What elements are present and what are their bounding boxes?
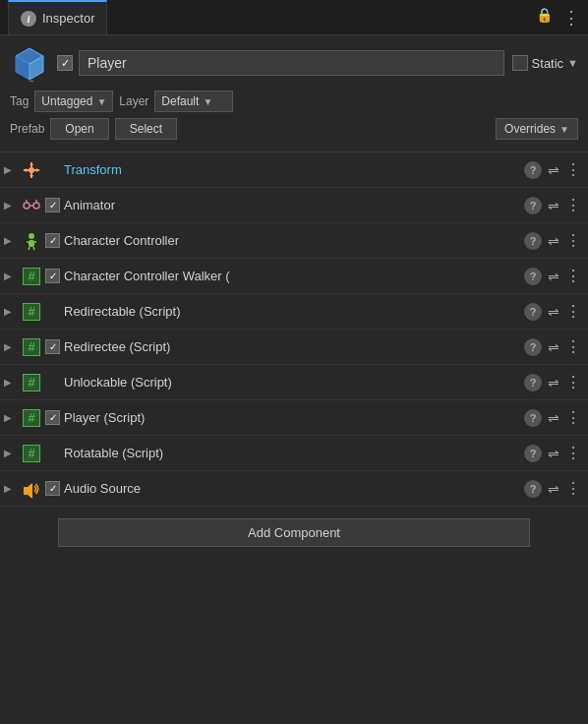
component-icon-animator (22, 196, 41, 215)
component-help-button[interactable]: ? (524, 409, 542, 427)
component-enabled-checkbox[interactable]: ✓ (45, 269, 60, 283)
component-help-button[interactable]: ? (524, 480, 542, 498)
component-settings-icon[interactable]: ⇌ (548, 410, 559, 426)
component-settings-icon[interactable]: ⇌ (548, 198, 559, 213)
component-name: Redirectable (Script) (64, 304, 520, 319)
component-name: Character Controller (64, 233, 520, 248)
component-settings-icon[interactable]: ⇌ (548, 162, 559, 178)
component-more-button[interactable]: ⋮ (565, 160, 582, 179)
prefab-select-button[interactable]: Select (115, 118, 177, 140)
tab-icons: 🔒 ⋮ (536, 7, 580, 29)
static-dropdown-arrow[interactable]: ▼ (567, 57, 578, 69)
component-row: ▶ # Rotatable (Script) ? ⇌ ⋮ (0, 436, 588, 471)
component-actions: ? ⇌ ⋮ (524, 479, 582, 498)
overrides-arrow: ▼ (559, 124, 569, 135)
inspector-tab-label: Inspector (42, 11, 94, 26)
component-help-button[interactable]: ? (524, 197, 542, 214)
object-enabled-checkbox[interactable]: ✓ (57, 55, 73, 71)
tag-dropdown-arrow: ▼ (96, 96, 106, 107)
component-name: Audio Source (64, 481, 520, 496)
component-expand-arrow[interactable]: ▶ (4, 341, 18, 352)
object-name-section: ✓ (57, 50, 504, 76)
component-expand-arrow[interactable]: ▶ (4, 448, 18, 458)
component-expand-arrow[interactable]: ▶ (4, 235, 18, 246)
component-help-button[interactable]: ? (524, 303, 542, 321)
inspector-info-icon: i (21, 11, 36, 27)
component-settings-icon[interactable]: ⇌ (548, 446, 559, 461)
component-enabled-checkbox[interactable]: ✓ (45, 481, 60, 496)
static-section: Static ▼ (512, 55, 578, 71)
component-more-button[interactable]: ⋮ (565, 231, 582, 250)
prefab-open-button[interactable]: Open (50, 118, 108, 140)
prefab-row: Prefab Open Select Overrides ▼ (10, 118, 578, 140)
component-name: Animator (64, 198, 520, 212)
component-actions: ? ⇌ ⋮ (524, 337, 582, 356)
tag-layer-row: Tag Untagged ▼ Layer Default ▼ (10, 90, 578, 112)
component-more-button[interactable]: ⋮ (565, 373, 582, 392)
object-name-input[interactable] (79, 50, 504, 76)
component-settings-icon[interactable]: ⇌ (548, 304, 559, 320)
static-checkbox[interactable] (512, 55, 528, 71)
svg-marker-29 (28, 483, 32, 499)
component-icon-audio (22, 479, 41, 499)
component-name: Rotatable (Script) (64, 446, 520, 460)
component-more-button[interactable]: ⋮ (565, 196, 582, 214)
svg-marker-14 (29, 175, 33, 178)
component-name: Redirectee (Script) (64, 339, 520, 354)
component-enabled-checkbox[interactable]: ✓ (45, 410, 60, 425)
component-help-button[interactable]: ? (524, 161, 542, 179)
component-row: ▶ ✓ Audio Source ? ⇌ ⋮ (0, 471, 588, 507)
component-row: ▶ # ✓ Redirectee (Script) ? ⇌ ⋮ (0, 330, 588, 365)
svg-text:▼: ▼ (28, 79, 35, 82)
component-enabled-checkbox[interactable]: ✓ (45, 339, 60, 354)
component-more-button[interactable]: ⋮ (565, 302, 582, 321)
tag-dropdown[interactable]: Untagged ▼ (34, 90, 113, 112)
add-component-button[interactable]: Add Component (58, 518, 530, 547)
component-actions: ? ⇌ ⋮ (524, 160, 582, 179)
component-settings-icon[interactable]: ⇌ (548, 339, 559, 355)
layer-dropdown[interactable]: Default ▼ (154, 90, 233, 112)
component-settings-icon[interactable]: ⇌ (548, 269, 559, 284)
overrides-dropdown[interactable]: Overrides ▼ (496, 118, 578, 140)
overrides-label: Overrides (504, 122, 556, 136)
component-help-button[interactable]: ? (524, 374, 542, 392)
inspector-tab[interactable]: i Inspector (8, 0, 107, 34)
component-more-button[interactable]: ⋮ (565, 408, 582, 427)
svg-rect-23 (29, 240, 34, 247)
component-enabled-checkbox[interactable]: ✓ (45, 198, 60, 212)
tab-bar: i Inspector 🔒 ⋮ (0, 0, 588, 35)
lock-icon[interactable]: 🔒 (536, 7, 553, 29)
component-expand-arrow[interactable]: ▶ (4, 483, 18, 494)
component-more-button[interactable]: ⋮ (565, 444, 582, 462)
component-icon-script: # (22, 408, 41, 428)
menu-icon[interactable]: ⋮ (562, 7, 580, 29)
component-expand-arrow[interactable]: ▶ (4, 200, 18, 211)
component-help-button[interactable]: ? (524, 268, 542, 285)
layer-label: Layer (119, 94, 148, 108)
component-expand-arrow[interactable]: ▶ (4, 377, 18, 388)
component-icon-transform (22, 160, 41, 180)
tag-label: Tag (10, 94, 29, 108)
component-row: ▶ # Redirectable (Script) ? ⇌ ⋮ (0, 294, 588, 330)
add-component-section: Add Component (0, 507, 588, 559)
component-help-button[interactable]: ? (524, 232, 542, 250)
component-expand-arrow[interactable]: ▶ (4, 412, 18, 423)
component-expand-arrow[interactable]: ▶ (4, 164, 18, 175)
component-expand-arrow[interactable]: ▶ (4, 306, 18, 317)
component-row: ▶ # ✓ Character Controller Walker ( ? ⇌ … (0, 259, 588, 294)
component-actions: ? ⇌ ⋮ (524, 302, 582, 321)
component-more-button[interactable]: ⋮ (565, 337, 582, 356)
component-help-button[interactable]: ? (524, 338, 542, 356)
component-more-button[interactable]: ⋮ (565, 267, 582, 285)
component-more-button[interactable]: ⋮ (565, 479, 582, 498)
component-expand-arrow[interactable]: ▶ (4, 271, 18, 281)
component-settings-icon[interactable]: ⇌ (548, 375, 559, 391)
component-settings-icon[interactable]: ⇌ (548, 481, 559, 497)
component-enabled-checkbox[interactable]: ✓ (45, 233, 60, 248)
svg-rect-28 (24, 487, 28, 495)
component-name: Character Controller Walker ( (64, 269, 520, 283)
component-settings-icon[interactable]: ⇌ (548, 233, 559, 249)
static-label: Static (532, 56, 564, 71)
component-help-button[interactable]: ? (524, 445, 542, 462)
component-row: ▶ ✓ Character Controller ? ⇌ ⋮ (0, 223, 588, 259)
